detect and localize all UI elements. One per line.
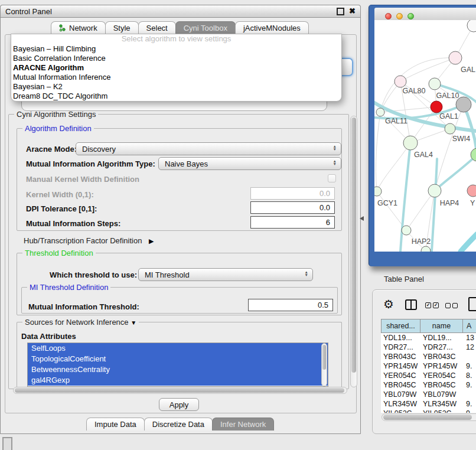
tab-impute-data[interactable]: Impute Data: [86, 418, 145, 431]
apply-button[interactable]: Apply: [159, 398, 199, 411]
mi-threshold-input[interactable]: 0.5: [248, 299, 333, 311]
network-canvas[interactable]: GALGAL80GAL10GAL11GAL1SWI4GAL4GCY1HAP4YH…: [374, 20, 476, 252]
kernel-width-input[interactable]: 0.0: [250, 187, 335, 200]
gear-icon[interactable]: ⚙: [383, 297, 394, 311]
network-window-titlebar[interactable]: [374, 8, 476, 21]
attribute-item[interactable]: gal4RGexp: [28, 375, 328, 386]
close-icon[interactable]: ✖: [349, 8, 356, 14]
table-row[interactable]: YPR145WYPR145W9.: [381, 361, 476, 371]
algorithm-option[interactable]: Dream8 DC_TDC Algorithm: [11, 92, 341, 101]
tab-cyni-toolbox[interactable]: Cyni Toolbox: [175, 21, 236, 34]
attributes-scrollbar[interactable]: [321, 343, 327, 386]
network-view-window: GALGAL80GAL10GAL11GAL1SWI4GAL4GCY1HAP4YH…: [369, 5, 476, 266]
data-attributes-label: Data Attributes: [21, 332, 76, 341]
scrollbar-thumb[interactable]: [351, 118, 356, 373]
manual-kernel-checkbox[interactable]: [328, 174, 336, 182]
scrollbar-thumb[interactable]: [15, 388, 344, 393]
close-traffic-light-icon[interactable]: [385, 13, 392, 19]
network-node-gal1[interactable]: [445, 123, 455, 134]
network-node[interactable]: [467, 20, 476, 32]
network-node-label: GAL4: [414, 151, 433, 159]
column-header-shared[interactable]: shared...: [381, 319, 420, 333]
table-row[interactable]: YBR045CYBR045C9.: [381, 380, 476, 390]
network-node-label: GAL11: [385, 117, 407, 125]
dpi-tolerance-input[interactable]: 0.0: [250, 201, 335, 214]
document-icon[interactable]: [468, 297, 476, 311]
select-all-checkboxes-icon[interactable]: ✓ ✓: [425, 302, 439, 308]
algorithm-option[interactable]: Mutual Information Inference: [11, 73, 341, 82]
column-header-third[interactable]: A: [462, 319, 476, 333]
tab-label: Network: [69, 24, 97, 32]
tab-label: Select: [146, 24, 168, 32]
algorithm-option[interactable]: Bayesian – Hill Climbing: [11, 44, 341, 54]
algorithm-option[interactable]: ARACNE Algorithm: [11, 63, 341, 73]
attribute-item[interactable]: SelfLoops: [28, 343, 328, 354]
network-node-label: Y: [470, 199, 475, 207]
mi-type-combo[interactable]: Naive Bayes ▲▼: [158, 157, 341, 170]
combo-stepper-icon: ▲▼: [333, 145, 337, 151]
group-title: Cyni Algorithm Settings: [14, 110, 98, 119]
tab-jactivemnodules[interactable]: jActiveMNodules: [235, 21, 309, 34]
tab-infer-network[interactable]: Infer Network: [212, 418, 274, 431]
table-row[interactable]: YER054CYER054C8.: [381, 371, 476, 380]
network-node-gal11[interactable]: [376, 108, 384, 116]
which-threshold-label: Which threshold to use:: [50, 270, 137, 279]
algorithm-option[interactable]: Basic Correlation Inference: [11, 54, 341, 63]
network-edge: [435, 155, 476, 191]
mi-steps-input[interactable]: 6: [250, 216, 335, 229]
network-node-hap2[interactable]: [402, 226, 411, 235]
table-body: YDL19...YDL19...13YDR27...YDR27...12YBR0…: [381, 333, 476, 413]
checked-box-icon: ✓: [425, 302, 431, 308]
table-row[interactable]: YBL079WYBL079W: [381, 390, 476, 399]
network-node-gal4[interactable]: [403, 136, 418, 150]
tab-label: Infer Network: [220, 420, 266, 429]
scrollbar-thumb[interactable]: [383, 415, 472, 420]
aracne-mode-combo[interactable]: Discovery ▲▼: [76, 142, 341, 155]
network-node-gcy1[interactable]: [374, 187, 382, 196]
table-horizontal-scrollbar[interactable]: [382, 413, 476, 421]
columns-icon[interactable]: [405, 299, 417, 310]
zoom-traffic-light-icon[interactable]: [407, 13, 414, 19]
network-node[interactable]: [421, 246, 431, 252]
table-row[interactable]: YIL052CYIL052C9: [381, 409, 476, 413]
minimize-traffic-light-icon[interactable]: [396, 13, 403, 19]
network-node-y[interactable]: [467, 185, 476, 197]
tab-discretize-data[interactable]: Discretize Data: [144, 418, 213, 431]
table-cell: YDL19...: [381, 333, 420, 343]
table-row[interactable]: YDL19...YDL19...13: [381, 333, 476, 343]
input-value: 6: [326, 218, 330, 227]
column-header-name[interactable]: name: [420, 319, 463, 333]
table-panel-title: Table Panel: [384, 275, 424, 283]
table-row[interactable]: YDR27...YDR27...12: [381, 343, 476, 352]
algorithm-option[interactable]: Bayesian – K2: [11, 82, 341, 92]
group-title: MI Threshold Definition: [27, 283, 110, 292]
tab-network[interactable]: Network: [51, 21, 106, 34]
network-node[interactable]: [431, 101, 442, 113]
settings-vertical-scrollbar[interactable]: [350, 116, 357, 387]
data-attributes-list[interactable]: SelfLoopsTopologicalCoefficientBetweenne…: [27, 343, 328, 387]
network-canvas-svg: GALGAL80GAL10GAL11GAL1SWI4GAL4GCY1HAP4YH…: [374, 20, 476, 252]
tab-style[interactable]: Style: [105, 21, 139, 34]
table-cell: [464, 352, 476, 361]
network-node-label: GCY1: [377, 199, 397, 207]
table-row[interactable]: YBR043CYBR043C: [381, 352, 476, 361]
hub-definition-toggle[interactable]: Hub/Transcription Factor Definition ▶: [24, 236, 154, 245]
network-node-hap4[interactable]: [428, 184, 441, 197]
deselect-all-checkboxes-icon[interactable]: [445, 303, 458, 308]
attribute-item[interactable]: BetweennessCentrality: [28, 364, 328, 375]
network-node-gal[interactable]: [449, 51, 462, 64]
settings-horizontal-scrollbar[interactable]: [13, 387, 347, 394]
float-window-icon[interactable]: [337, 8, 344, 15]
mini-widget[interactable]: [2, 437, 12, 450]
network-node-gal10[interactable]: [429, 78, 441, 90]
group-title: Threshold Definition: [22, 249, 96, 257]
tab-select[interactable]: Select: [138, 21, 176, 34]
attribute-item[interactable]: TopologicalCoefficient: [28, 354, 328, 364]
which-threshold-combo[interactable]: MI Threshold ▲▼: [138, 268, 313, 281]
network-node-gal80[interactable]: [395, 76, 406, 87]
table-row[interactable]: YLR345WYLR345W9.: [381, 399, 476, 409]
combo-value: MI Threshold: [145, 270, 190, 279]
table-cell: YER054C: [381, 371, 420, 380]
scrollbar-thumb[interactable]: [322, 345, 326, 370]
network-node-label: HAP4: [440, 199, 459, 207]
